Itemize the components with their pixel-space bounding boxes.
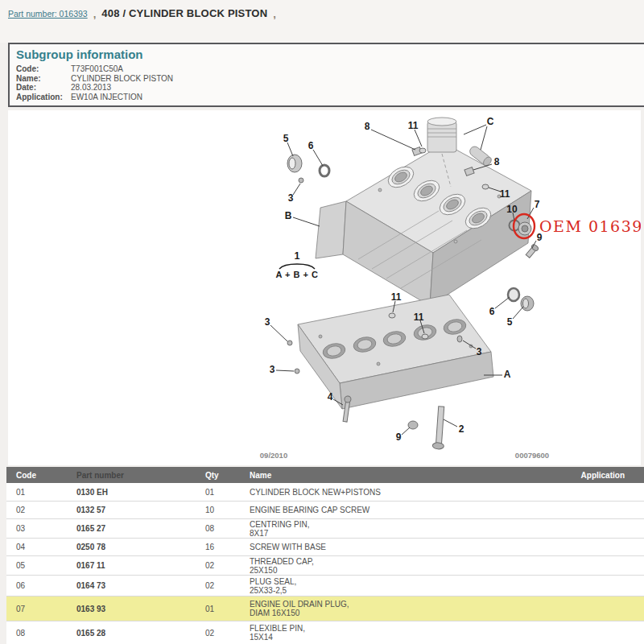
cell-name: ENGINE BEARING CAP SCREW (250, 506, 555, 514)
plate-number: 00079600 (515, 451, 549, 460)
leader-line (464, 125, 486, 134)
group-ref-number: 1 (295, 250, 300, 262)
col-header-name: Name (250, 471, 555, 480)
field-value: EW10A INJECTION (71, 93, 142, 102)
cell-part-number: 0130 EH (76, 488, 205, 497)
leader-line (313, 150, 323, 166)
cell-part-number: 0167 11 (76, 561, 205, 570)
callout-C: C (487, 116, 494, 127)
callout-5: 5 (507, 316, 513, 328)
field-value: T73F001C50A (71, 64, 123, 74)
table-header: Code Part number Qty Name Application (6, 467, 644, 483)
cell-code: 04 (6, 543, 76, 551)
col-header-application: Application (555, 471, 644, 480)
callout-8: 8 (365, 121, 370, 132)
callout-9: 9 (396, 431, 402, 443)
subgroup-information-panel: Subgroup information Code:T73F001C50ANam… (8, 43, 644, 107)
callout-11: 11 (408, 120, 419, 131)
callout-3: 3 (288, 192, 294, 204)
leader-line (513, 307, 523, 319)
cell-qty: 02 (205, 561, 250, 570)
cell-part-number: 0163 93 (76, 605, 205, 613)
cylinder-block-illustration (316, 143, 531, 306)
subgroup-fields: Code:T73F001C50AName:CYLINDER BLOCK PIST… (10, 64, 644, 101)
cell-qty: 02 (205, 581, 250, 590)
callout-2: 2 (459, 423, 464, 435)
leader-line (287, 142, 293, 156)
page-title: 408 / CYLINDER BLOCK PISTON (101, 7, 267, 19)
cell-code: 02 (6, 506, 76, 514)
callout-3: 3 (265, 316, 270, 328)
cell-qty: 02 (205, 629, 250, 638)
cell-part-number: 0250 78 (76, 543, 205, 551)
cell-name: FLEXIBLE PIN,15X14 (250, 624, 555, 642)
field-label: Date: (16, 83, 71, 93)
callout-6: 6 (489, 306, 495, 317)
callout-B: B (285, 210, 292, 221)
table-row[interactable]: 050167 1102THREADED CAP,25X150 (6, 555, 644, 575)
breadcrumb: Part number: 016393 , 408 / CYLINDER BLO… (0, 0, 644, 43)
subgroup-title: Subgroup information (16, 47, 644, 61)
cell-code: 06 (6, 581, 76, 590)
breadcrumb-separator-icon: , (93, 8, 97, 20)
table-row[interactable]: 020132 5710ENGINE BEARING CAP SCREW (6, 501, 644, 518)
field-label: Code: (16, 64, 71, 74)
subgroup-field: Code:T73F001C50A (16, 64, 644, 74)
cell-name: THREADED CAP,25X150 (250, 557, 555, 575)
leader-line (293, 184, 300, 195)
leader-line (270, 325, 287, 341)
table-body: 010130 EH01CYLINDER BLOCK NEW+PISTONS020… (6, 483, 644, 644)
callout-A: A (504, 369, 511, 380)
callout-5: 5 (283, 133, 289, 144)
cell-code: 05 (6, 561, 76, 570)
cell-qty: 10 (205, 506, 250, 514)
field-label: Application: (16, 93, 71, 102)
group-ref-formula: A + B + C (276, 270, 319, 279)
diagram-svg: 811C563B8111079651111333A4921A + B + COE… (8, 110, 641, 465)
cell-code: 01 (6, 488, 76, 497)
cell-qty: 01 (205, 605, 250, 613)
leader-line (415, 130, 422, 147)
field-value: 28.03.2013 (71, 83, 111, 93)
cell-code: 03 (6, 524, 76, 533)
table-row[interactable]: 080165 2802FLEXIBLE PIN,15X14 (6, 621, 644, 644)
col-header-part-number: Part number (76, 471, 205, 480)
leader-line (444, 419, 457, 427)
table-row[interactable]: 070163 9301ENGINE OIL DRAIN PLUG,DIAM 16… (6, 596, 644, 621)
parts-table: Code Part number Qty Name Application 01… (6, 467, 644, 644)
cell-part-number: 0132 57 (76, 506, 205, 514)
cell-qty: 16 (205, 543, 250, 551)
leader-line (481, 126, 487, 150)
leader-line (293, 217, 320, 226)
cell-code: 07 (6, 605, 76, 613)
subgroup-field: Name:CYLINDER BLOCK PISTON (16, 74, 644, 84)
cell-qty: 01 (205, 488, 250, 497)
callout-3: 3 (477, 346, 482, 357)
callout-11: 11 (500, 188, 510, 200)
callout-4: 4 (328, 391, 333, 402)
cell-qty: 08 (205, 524, 250, 533)
cell-name: PLUG SEAL,25X33-2,5 (250, 577, 555, 595)
callout-8: 8 (494, 156, 500, 167)
table-row[interactable]: 010130 EH01CYLINDER BLOCK NEW+PISTONS (6, 483, 644, 501)
field-label: Name: (16, 74, 71, 84)
subgroup-field: Date:28.03.2013 (16, 83, 644, 93)
table-row[interactable]: 060164 7302PLUG SEAL,25X33-2,5 (6, 575, 644, 596)
cell-part-number: 0165 27 (76, 524, 205, 533)
breadcrumb-separator-icon: , (273, 8, 276, 20)
table-row[interactable]: 040250 7816SCREW WITH BASE (6, 538, 644, 555)
cell-name: CENTRING PIN,8X17 (250, 520, 555, 538)
cell-name: SCREW WITH BASE (250, 543, 555, 551)
col-header-qty: Qty (205, 471, 250, 480)
leader-line (276, 370, 294, 371)
oem-annotation-text: OEM 016393 (539, 217, 641, 235)
part-number-link[interactable]: Part number: 016393 (8, 9, 88, 19)
cell-code: 08 (6, 629, 76, 638)
cell-part-number: 0164 73 (76, 581, 205, 590)
leader-line (371, 130, 415, 150)
callout-6: 6 (308, 140, 314, 151)
exploded-diagram: 811C563B8111079651111333A4921A + B + COE… (8, 110, 641, 465)
callout-10: 10 (506, 204, 518, 215)
table-row[interactable]: 030165 2708CENTRING PIN,8X17 (6, 518, 644, 538)
leader-line (495, 297, 510, 308)
